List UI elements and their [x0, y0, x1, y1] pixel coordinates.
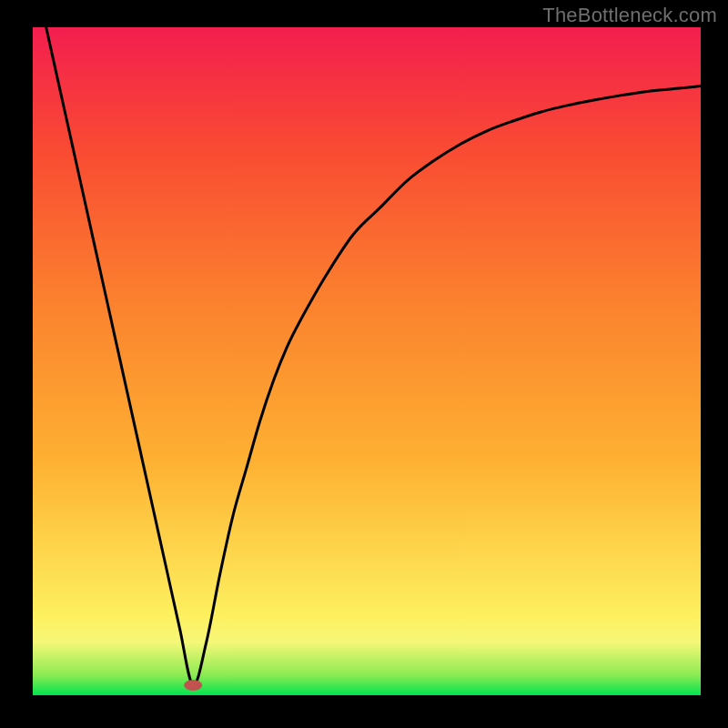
- chart-svg: [33, 27, 701, 695]
- watermark-label: TheBottleneck.com: [542, 4, 717, 27]
- gradient-background: [33, 27, 701, 695]
- chart-frame: TheBottleneck.com: [0, 0, 728, 728]
- plot-area: [33, 27, 701, 695]
- marker-dot: [184, 680, 202, 691]
